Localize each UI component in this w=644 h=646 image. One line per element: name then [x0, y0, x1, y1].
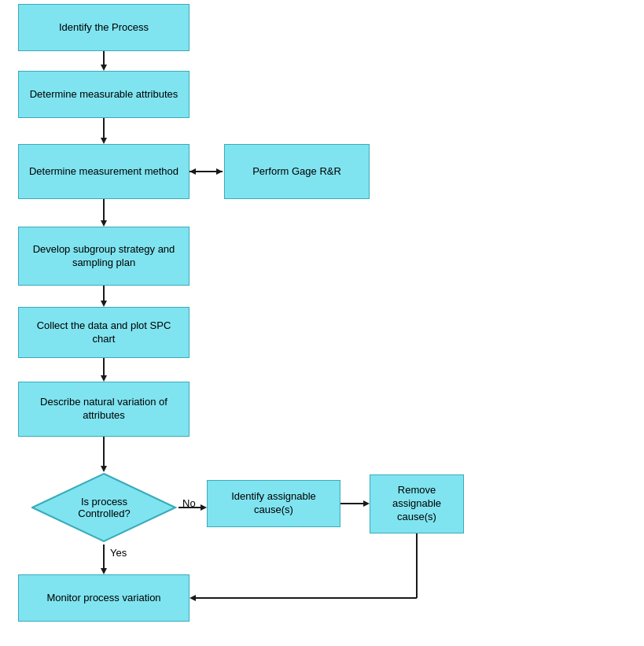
- natural-variation-label: Describe natural variation of attributes: [25, 396, 182, 423]
- svg-marker-16: [201, 504, 207, 511]
- measurable-attributes-label: Determine measurable attributes: [30, 88, 178, 102]
- svg-marker-14: [101, 466, 107, 472]
- diamond-label-line1: Is process: [81, 496, 127, 508]
- svg-marker-6: [190, 168, 196, 175]
- measurable-attributes-box: Determine measurable attributes: [18, 71, 190, 118]
- monitor-variation-box: Monitor process variation: [18, 574, 190, 622]
- measurement-method-box: Determine measurement method: [18, 144, 190, 199]
- gage-rr-box: Perform Gage R&R: [224, 144, 370, 199]
- identify-assignable-label: Identify assignable cause(s): [214, 490, 333, 517]
- identify-process-box: Identify the Process: [18, 4, 190, 51]
- svg-marker-3: [101, 138, 107, 144]
- gage-rr-label: Perform Gage R&R: [252, 165, 341, 179]
- remove-assignable-box: Remove assignable cause(s): [370, 474, 464, 533]
- identify-process-label: Identify the Process: [59, 21, 149, 35]
- identify-assignable-box: Identify assignable cause(s): [207, 480, 340, 527]
- monitor-variation-label: Monitor process variation: [46, 592, 160, 605]
- svg-marker-10: [101, 301, 107, 307]
- no-label: No: [182, 497, 196, 509]
- collect-data-box: Collect the data and plot SPC chart: [18, 307, 190, 358]
- flowchart: Identify the Process Determine measurabl…: [0, 0, 644, 646]
- svg-marker-5: [216, 168, 223, 175]
- yes-label: Yes: [110, 547, 127, 559]
- subgroup-label: Develop subgroup strategy and sampling p…: [25, 243, 182, 270]
- remove-assignable-label: Remove assignable cause(s): [377, 484, 457, 524]
- subgroup-box: Develop subgroup strategy and sampling p…: [18, 227, 190, 286]
- svg-marker-12: [101, 375, 107, 382]
- svg-marker-1: [101, 65, 107, 71]
- svg-marker-18: [363, 500, 370, 507]
- is-controlled-diamond: Is process Controlled?: [31, 472, 177, 543]
- svg-marker-23: [101, 568, 107, 574]
- svg-marker-21: [190, 595, 196, 601]
- svg-marker-8: [101, 220, 107, 227]
- collect-data-label: Collect the data and plot SPC chart: [25, 319, 182, 346]
- measurement-method-label: Determine measurement method: [29, 165, 178, 179]
- natural-variation-box: Describe natural variation of attributes: [18, 382, 190, 437]
- diamond-label-line2: Controlled?: [78, 508, 131, 519]
